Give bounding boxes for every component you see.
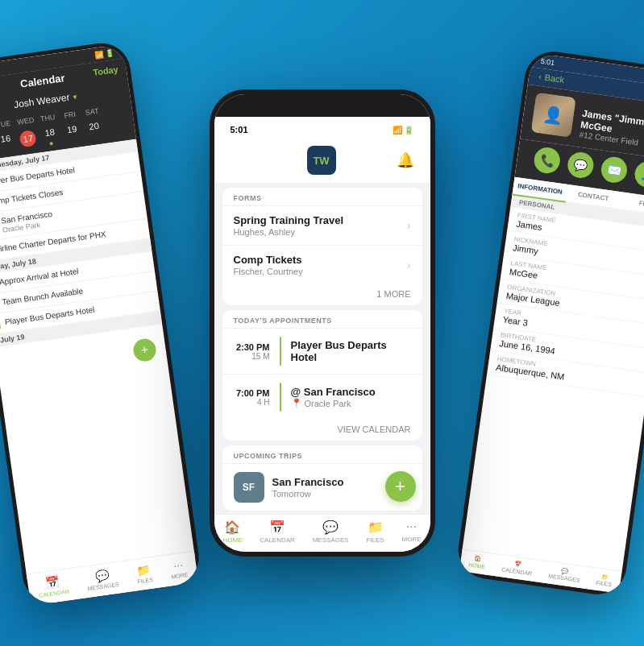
- messages-nav-icon: 💬: [322, 520, 339, 535]
- app-logo: TW: [307, 146, 336, 175]
- more-nav-icon: ···: [406, 520, 417, 534]
- center-nav-files[interactable]: 📁 FILES: [366, 520, 384, 544]
- cal-date-17[interactable]: 17: [15, 126, 40, 151]
- appt-row-sf[interactable]: 7:00 PM 4 H @ San Francisco 📍 Oracle Par…: [222, 374, 422, 420]
- left-nav-files-label: FILES: [137, 577, 153, 585]
- right-nav-files[interactable]: 📁 FILES: [596, 573, 613, 588]
- right-nav-msg-label: MESSAGES: [548, 573, 580, 582]
- trips-label: UPCOMING TRIPS: [222, 445, 422, 463]
- right-nav-home[interactable]: 🏠 HOME: [468, 555, 487, 570]
- center-status-bar: 5:01 📶 🔋: [214, 117, 430, 139]
- phone-button[interactable]: 📞: [533, 146, 562, 175]
- right-time: 5:01: [540, 57, 555, 67]
- right-nav-files-label: FILES: [596, 580, 612, 588]
- center-app-bar: TW 🔔: [214, 139, 430, 183]
- chat-button[interactable]: 💬: [566, 151, 595, 180]
- right-nav-calendar[interactable]: 📅 CALENDAR: [501, 559, 534, 576]
- calendar-nav-icon: 📅: [269, 520, 285, 535]
- appt-sub-2: 📍 Oracle Park: [291, 398, 411, 408]
- cal-date-20[interactable]: 20: [82, 118, 107, 142]
- form-row-spring-training[interactable]: Spring Training Travel Hughes, Ashley ›: [222, 205, 422, 245]
- right-nav-cal-label: CALENDAR: [501, 566, 533, 576]
- right-files-icon: 📁: [600, 574, 609, 581]
- center-fab-add[interactable]: +: [385, 471, 416, 502]
- trip-avatar-sf: SF: [234, 472, 264, 503]
- forms-section: FORMS Spring Training Travel Hughes, Ash…: [222, 188, 422, 305]
- left-nav-messages[interactable]: 💬 MESSAGES: [85, 567, 119, 591]
- center-nav-calendar[interactable]: 📅 CALENDAR: [260, 520, 295, 544]
- left-fab-add[interactable]: +: [132, 337, 158, 363]
- left-nav-more[interactable]: ··· MORE: [169, 557, 189, 580]
- appointments-label: TODAY'S APPOINTMENTS: [222, 310, 422, 328]
- contact-button[interactable]: 👤: [633, 160, 644, 189]
- center-nav-home-label: HOME: [222, 536, 242, 544]
- appt-title-2: @ San Francisco: [291, 386, 411, 398]
- center-time: 5:01: [231, 125, 248, 135]
- left-phone: 9:41 📶 🔋 Calendar Today Josh Weaver ▾ MO…: [0, 39, 202, 607]
- back-chevron-icon: ‹: [538, 72, 542, 81]
- chevron-right-icon: ›: [407, 219, 411, 232]
- center-nav-more[interactable]: ··· MORE: [402, 520, 422, 544]
- center-nav-messages-label: MESSAGES: [313, 536, 349, 544]
- left-nav-files[interactable]: 📁 FILES: [135, 562, 153, 584]
- center-phone: 5:01 📶 🔋 TW 🔔 FORMS Spring Training Trav…: [210, 89, 435, 557]
- form-title-comp: Comp Tickets: [234, 254, 407, 266]
- left-icons: 📶 🔋: [94, 48, 115, 59]
- left-nav-calendar-label: CALENDAR: [39, 589, 70, 598]
- center-nav-home[interactable]: 🏠 HOME: [222, 520, 242, 544]
- cal-date-18[interactable]: 18: [38, 123, 63, 147]
- player-avatar: 👤: [530, 92, 575, 137]
- day-tue: TUE: [0, 118, 15, 130]
- form-row-comp-tickets[interactable]: Comp Tickets Fischer, Courtney ›: [222, 245, 422, 284]
- trip-sub-sf: Tomorrow: [272, 489, 399, 499]
- chevron-down-icon: ▾: [72, 92, 77, 101]
- appt-divider-1: [280, 337, 281, 366]
- center-nav-calendar-label: CALENDAR: [260, 536, 295, 544]
- day-sat: SAT: [81, 106, 104, 118]
- form-sub-comp: Fischer, Courtney: [234, 267, 407, 276]
- right-nav-messages[interactable]: 💬 MESSAGES: [548, 566, 581, 583]
- center-bottom-nav: 🏠 HOME 📅 CALENDAR 💬 MESSAGES 📁 FILES ···…: [214, 514, 430, 552]
- player-photo: 👤: [530, 92, 575, 137]
- appt-title-1: Player Bus Departs Hotel: [291, 339, 411, 363]
- appt-row-player-bus[interactable]: 2:30 PM 15 M Player Bus Departs Hotel: [222, 328, 422, 374]
- home-icon: 🏠: [224, 520, 240, 535]
- right-messages-icon: 💬: [561, 568, 569, 575]
- calendar-icon: 📅: [45, 575, 60, 590]
- appt-time-2: 7:00 PM: [234, 388, 270, 398]
- forms-label: FORMS: [222, 188, 422, 205]
- right-calendar-icon: 📅: [513, 561, 521, 568]
- left-nav-calendar[interactable]: 📅 CALENDAR: [36, 574, 69, 598]
- view-calendar-link[interactable]: VIEW CALENDAR: [222, 420, 422, 441]
- center-status-icons: 📶 🔋: [393, 126, 414, 135]
- appointments-section: TODAY'S APPOINTMENTS 2:30 PM 15 M Player…: [222, 310, 422, 441]
- appt-duration-1: 15 M: [234, 352, 270, 361]
- appt-duration-2: 4 H: [234, 398, 270, 407]
- trip-title-sf: San Francisco: [272, 476, 399, 488]
- left-nav-messages-label: MESSAGES: [87, 582, 119, 591]
- day-fri: FRI: [58, 110, 81, 121]
- right-bottom-nav: 🏠 HOME 📅 CALENDAR 💬 MESSAGES 📁 FILES: [459, 549, 622, 594]
- center-nav-files-label: FILES: [366, 536, 384, 544]
- chevron-right-icon-2: ›: [407, 259, 411, 271]
- files-icon: 📁: [136, 562, 152, 577]
- left-bottom-nav: 📅 CALENDAR 💬 MESSAGES 📁 FILES ··· MORE: [27, 550, 198, 602]
- email-button[interactable]: ✉️: [600, 155, 629, 184]
- messages-icon: 💬: [94, 569, 110, 583]
- notification-bell-icon[interactable]: 🔔: [397, 151, 414, 169]
- center-nav-messages[interactable]: 💬 MESSAGES: [313, 520, 349, 544]
- forms-more-link[interactable]: 1 MORE: [222, 284, 422, 305]
- right-home-icon: 🏠: [474, 555, 482, 562]
- right-phone: 5:01 📶 🔋 ‹ Back 👤 James "Jimmy" McGee #1…: [455, 48, 644, 598]
- cal-date-19[interactable]: 19: [60, 121, 85, 145]
- center-nav-more-label: MORE: [402, 536, 422, 543]
- appt-divider-2: [280, 383, 281, 412]
- left-nav-more-label: MORE: [171, 572, 189, 580]
- day-thu: THU: [36, 113, 60, 124]
- today-button[interactable]: Today: [93, 64, 119, 77]
- appt-time-1: 2:30 PM: [234, 342, 270, 352]
- more-icon: ···: [172, 558, 184, 572]
- files-nav-icon: 📁: [368, 520, 384, 535]
- back-label: Back: [544, 72, 565, 85]
- form-sub-spring: Hughes, Ashley: [234, 227, 407, 237]
